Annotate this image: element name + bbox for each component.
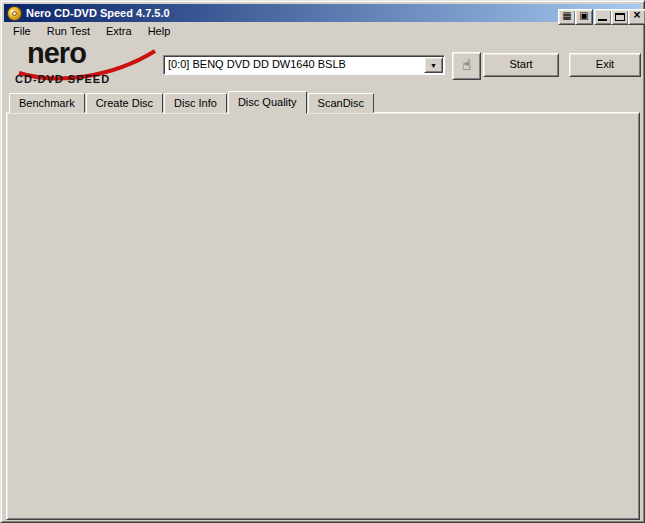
nero-logo: nero CD-DVD SPEED (13, 43, 163, 89)
tab-content-panel (6, 112, 640, 520)
chevron-down-icon[interactable]: ▼ (424, 57, 443, 73)
tab-benchmark[interactable]: Benchmark (9, 93, 85, 113)
toolbar: nero CD-DVD SPEED [0:0] BENQ DVD DD DW16… (5, 41, 640, 90)
tab-scandisc[interactable]: ScanDisc (308, 93, 374, 113)
exit-button[interactable]: Exit (569, 53, 641, 77)
title-bar[interactable]: Nero CD-DVD Speed 4.7.5.0 ▦ ▣ × (4, 4, 641, 22)
menu-help[interactable]: Help (140, 22, 179, 41)
tab-disc-info[interactable]: Disc Info (164, 93, 227, 113)
nero-logo-text: nero (27, 37, 86, 70)
tab-disc-quality[interactable]: Disc Quality (228, 91, 307, 114)
hand-icon: ☝ (462, 56, 471, 73)
menu-extra[interactable]: Extra (98, 22, 140, 41)
menu-bar: File Run Test Extra Help (5, 22, 640, 41)
minimize-icon (598, 19, 607, 21)
app-icon (7, 6, 22, 21)
drive-select-value: [0:0] BENQ DVD DD DW1640 BSLB (168, 58, 424, 70)
window-title: Nero CD-DVD Speed 4.7.5.0 (26, 7, 641, 19)
nero-logo-subtext: CD-DVD SPEED (15, 73, 110, 85)
panel-icon: ▣ (579, 10, 588, 21)
select-pointer-button[interactable]: ☝ (452, 52, 481, 80)
drive-select[interactable]: [0:0] BENQ DVD DD DW1640 BSLB ▼ (163, 55, 445, 75)
grid-icon: ▦ (562, 10, 571, 21)
app-window: Nero CD-DVD Speed 4.7.5.0 ▦ ▣ × File Run… (0, 0, 645, 523)
close-icon: × (633, 8, 640, 22)
tab-create-disc[interactable]: Create Disc (86, 93, 163, 113)
maximize-icon (615, 13, 625, 21)
start-button[interactable]: Start (483, 53, 559, 77)
tab-bar: Benchmark Create Disc Disc Info Disc Qua… (9, 92, 375, 113)
